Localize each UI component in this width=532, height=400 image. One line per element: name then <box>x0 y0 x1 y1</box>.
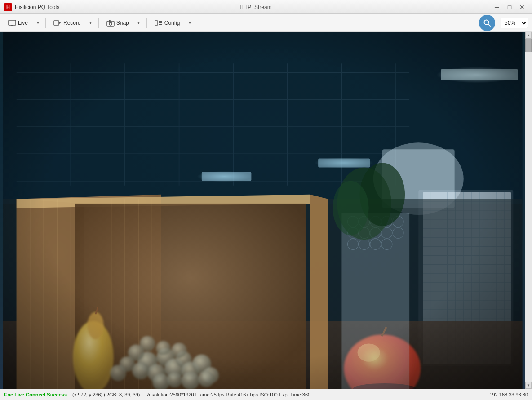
ip-address: 192.168.33.98:80 <box>489 392 528 397</box>
record-dropdown[interactable]: ▾ <box>87 17 95 29</box>
video-container[interactable] <box>0 32 525 389</box>
record-button[interactable]: Record <box>49 17 85 29</box>
app-title: Hisilicion PQ Tools <box>15 4 234 10</box>
search-button[interactable] <box>479 15 495 31</box>
snap-dropdown[interactable]: ▾ <box>135 17 143 29</box>
pixel-coords: (x:972, y:236) (RGB: 8, 39, 39) <box>72 392 140 397</box>
window-controls: ─ □ ✕ <box>491 3 528 12</box>
fps-info: Frame:25 fps <box>195 392 225 397</box>
status-bar: Enc Live Connect Success (x:972, y:236) … <box>0 389 532 400</box>
snap-button[interactable]: Snap <box>102 17 133 29</box>
main-window: Hisilicion PQ Tools ITTP_Stream ─ □ ✕ Li… <box>0 0 532 400</box>
close-button[interactable]: ✕ <box>516 3 528 12</box>
connection-status: Enc Live Connect Success <box>4 392 67 397</box>
maximize-button[interactable]: □ <box>504 3 515 12</box>
title-bar: Hisilicion PQ Tools ITTP_Stream ─ □ ✕ <box>0 0 532 14</box>
live-button[interactable]: Live <box>4 17 32 29</box>
stream-info: Resolution:2560*1920 Frame:25 fps Rate:4… <box>145 392 489 397</box>
svg-rect-7 <box>109 20 111 22</box>
svg-rect-3 <box>54 21 59 25</box>
app-icon <box>4 3 12 11</box>
stream-label: ITTP_Stream <box>239 4 271 10</box>
live-label: Live <box>18 20 28 26</box>
scene-svg <box>0 32 525 389</box>
config-icon <box>155 19 163 27</box>
live-icon <box>8 19 16 27</box>
config-dropdown[interactable]: ▾ <box>186 17 194 29</box>
svg-rect-9 <box>159 21 162 22</box>
scroll-down-button[interactable]: ▼ <box>525 382 532 389</box>
exp-info: Exp_Time:360 <box>279 392 311 397</box>
record-label: Record <box>63 20 81 26</box>
svg-rect-8 <box>155 21 158 25</box>
live-dropdown[interactable]: ▾ <box>34 17 42 29</box>
rate-info: Rate:4167 bps <box>226 392 258 397</box>
svg-point-6 <box>109 22 112 25</box>
separator-3 <box>146 18 147 28</box>
snap-label: Snap <box>116 20 129 26</box>
svg-rect-0 <box>9 20 16 25</box>
config-button[interactable]: Config <box>151 17 184 29</box>
scrollbar-thumb[interactable] <box>525 39 532 52</box>
record-icon <box>53 19 62 27</box>
svg-rect-10 <box>159 22 162 23</box>
main-content: ▲ ▼ <box>0 32 532 389</box>
separator-1 <box>45 18 46 28</box>
iso-info: ISO:100 <box>259 392 277 397</box>
separator-2 <box>98 18 99 28</box>
svg-rect-11 <box>159 24 162 25</box>
scrollbar-track <box>525 39 532 382</box>
toolbar: Live ▾ Record ▾ S <box>0 14 532 32</box>
video-frame <box>0 32 525 389</box>
svg-rect-127 <box>3 32 523 389</box>
resolution-info: Resolution:2560*1920 <box>145 392 194 397</box>
svg-marker-4 <box>59 22 61 24</box>
snap-icon <box>106 19 115 27</box>
config-label: Config <box>164 20 180 26</box>
scroll-up-button[interactable]: ▲ <box>525 32 532 39</box>
svg-rect-1 <box>11 25 13 26</box>
svg-line-13 <box>488 24 491 26</box>
minimize-button[interactable]: ─ <box>491 3 503 12</box>
scrollbar: ▲ ▼ <box>525 32 532 389</box>
zoom-select[interactable]: 25% 50% 75% 100% <box>501 18 528 28</box>
